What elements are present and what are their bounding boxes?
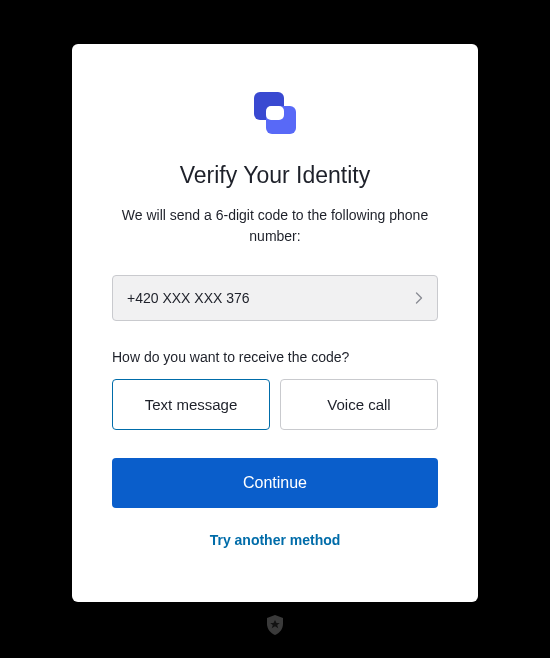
continue-button[interactable]: Continue — [112, 458, 438, 508]
verify-card: Verify Your Identity We will send a 6-di… — [72, 44, 478, 602]
page-title: Verify Your Identity — [180, 162, 371, 189]
page-subtitle: We will send a 6-digit code to the follo… — [112, 205, 438, 247]
phone-number-selector[interactable]: +420 XXX XXX 376 — [112, 275, 438, 321]
try-another-method-link[interactable]: Try another method — [210, 532, 341, 548]
option-voice-call[interactable]: Voice call — [280, 379, 438, 430]
delivery-options: Text message Voice call — [112, 379, 438, 430]
svg-rect-2 — [266, 106, 284, 120]
option-text-message[interactable]: Text message — [112, 379, 270, 430]
chevron-right-icon — [415, 292, 423, 304]
phone-number-value: +420 XXX XXX 376 — [127, 290, 250, 306]
shield-badge-icon — [265, 614, 285, 640]
brand-logo — [250, 92, 300, 134]
delivery-question: How do you want to receive the code? — [112, 349, 438, 365]
